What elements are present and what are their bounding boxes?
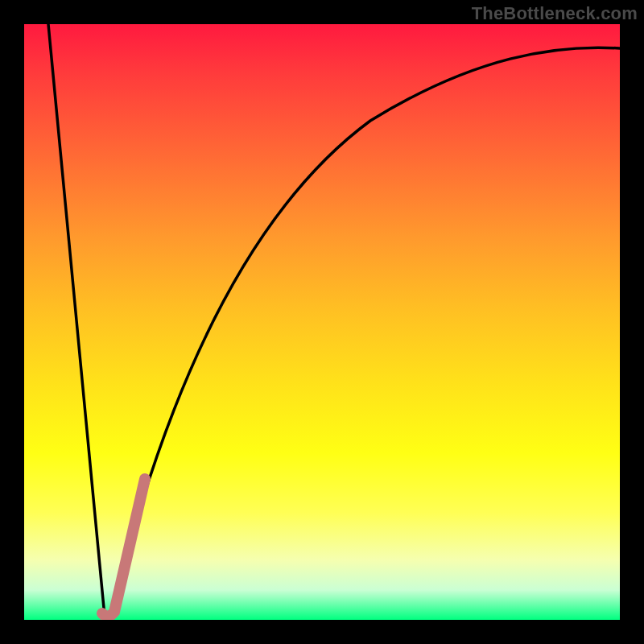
curve-layer [24,24,620,620]
chart-frame: TheBottleneck.com [0,0,644,644]
plot-area [24,24,620,620]
watermark-text: TheBottleneck.com [472,3,638,24]
highlight-segment [102,479,145,617]
